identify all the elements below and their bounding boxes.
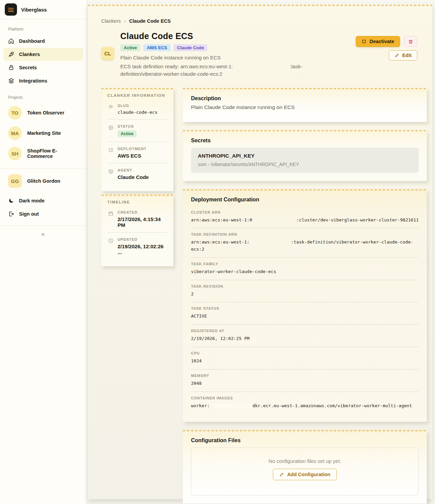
description-text: Plain Claude Code instance running on EC… — [191, 104, 419, 110]
project-avatar: SH — [8, 147, 22, 160]
main-area: Clankers › Claude Code ECS CL Claude Cod… — [87, 0, 435, 504]
sidebar-footer: Dark mode Sign out — [0, 193, 87, 226]
clanker-information-card: CLANKER INFORMATION SLUG claude-code-ecs — [101, 88, 173, 191]
sign-out-button[interactable]: Sign out — [3, 208, 83, 220]
updated-label: UPDATED — [118, 237, 167, 241]
sidebar-item-dashboard[interactable]: Dashboard — [3, 35, 83, 48]
tag-layers-icon — [108, 104, 114, 110]
secret-item: ANTHROPIC_API_KEY ssm - /viberator/secre… — [191, 148, 419, 173]
sidebar: Viberglass Platform Dashboard Clankers — [0, 0, 87, 504]
trash-icon — [408, 39, 413, 44]
deployment-configuration-card: Deployment Configuration CLUSTER ARN arn… — [183, 189, 427, 422]
description-card: Description Plain Claude Code instance r… — [183, 88, 427, 122]
user-name: Glitch Gordon — [27, 178, 60, 184]
secret-source: ssm - /viberator/secrets/ANTHROPIC_API_K… — [198, 162, 412, 167]
redacted-account-id — [249, 243, 291, 244]
status-label: STATUS — [118, 124, 137, 128]
lock-icon — [8, 65, 14, 71]
project-label: Marketing Site — [27, 130, 61, 136]
clock-icon — [108, 238, 114, 244]
badge-row: Active AWS ECS Claude Code — [120, 44, 345, 51]
sidebar-item-label: Dashboard — [19, 38, 45, 44]
secrets-card: Secrets ANTHROPIC_API_KEY ssm - /viberat… — [183, 130, 427, 181]
secrets-title: Secrets — [191, 138, 419, 144]
edit-button[interactable]: Edit — [389, 50, 417, 60]
agent-row: AGENT Claude Code — [107, 163, 167, 184]
slug-row: SLUG claude-code-ecs — [107, 99, 167, 119]
configuration-files-empty-state: No configuration files set up yet. Add C… — [191, 448, 419, 496]
page-header: CL Claude Code ECS Active AWS ECS Claude… — [101, 31, 417, 78]
package-icon — [108, 169, 114, 174]
box-icon — [108, 125, 114, 130]
moon-icon — [8, 198, 14, 204]
slug-label: SLUG — [118, 104, 157, 108]
slug-value: claude-code-ecs — [118, 110, 157, 115]
agent-label: AGENT — [118, 168, 149, 172]
description-title: Description — [191, 95, 419, 102]
sidebar-item-label: Integrations — [19, 78, 47, 84]
task-status-field: TASK STATUS ACTIVE — [191, 302, 419, 324]
collapse-row: « — [0, 226, 87, 238]
memory-field: MEMORY 2048 — [191, 369, 419, 392]
deployment-label: DEPLOYMENT — [118, 147, 146, 151]
task-ready-note: ECS task definition ready: arn:aws:ecs:e… — [120, 63, 345, 78]
external-link-icon — [108, 147, 114, 153]
cpu-field: CPU 1024 — [191, 347, 419, 369]
updated-value: 2/19/2026, 12:02:26 ... — [118, 244, 167, 255]
sign-out-label: Sign out — [19, 211, 39, 217]
project-label: Token Observer — [27, 110, 64, 115]
breadcrumb-current: Claude Code ECS — [129, 18, 171, 24]
breadcrumb-clankers-link[interactable]: Clankers — [101, 18, 121, 24]
breadcrumb: Clankers › Claude Code ECS — [101, 18, 417, 24]
agent-badge: Claude Code — [174, 44, 207, 51]
sign-out-icon — [8, 211, 14, 217]
user-menu[interactable]: GG Glitch Gordon — [3, 172, 83, 190]
brand[interactable]: Viberglass — [0, 0, 87, 19]
delete-button[interactable] — [404, 36, 417, 47]
container-images-field: CONTAINER IMAGES worker: dkr.ecr.eu-west… — [191, 392, 419, 414]
status-chip: Active — [118, 130, 137, 137]
sidebar-item-label: Secrets — [19, 65, 37, 70]
stop-square-icon — [362, 39, 366, 44]
created-row: CREATED 2/17/2026, 4:15:34 PM — [107, 205, 167, 232]
created-label: CREATED — [118, 210, 167, 214]
platform-section-label: Platform — [0, 19, 87, 34]
deployment-badge: AWS ECS — [143, 44, 171, 51]
sidebar-item-secrets[interactable]: Secrets — [3, 61, 83, 74]
sidebar-collapse-button[interactable]: « — [41, 231, 45, 238]
task-family-field: TASK FAMILY viberator-worker-claude-code… — [191, 257, 419, 280]
brand-name: Viberglass — [21, 7, 47, 13]
created-value: 2/17/2026, 4:15:34 PM — [118, 216, 167, 228]
sidebar-item-clankers[interactable]: Clankers — [3, 48, 83, 61]
project-item-token-observer[interactable]: TO Token Observer — [3, 103, 83, 123]
task-revision-field: TASK REVISION 2 — [191, 280, 419, 302]
chevron-right-icon: › — [124, 18, 126, 24]
deployment-configuration-title: Deployment Configuration — [191, 197, 419, 203]
entity-subtitle: Plain Claude Code instance running on EC… — [120, 55, 345, 60]
project-label: ShopFlow E-Commerce — [27, 148, 79, 159]
timeline-card: TIMELINE CREATED 2/17/2026, 4:15:34 PM — [101, 195, 173, 266]
add-configuration-button[interactable]: Add Configuration — [273, 469, 337, 480]
pencil-icon — [279, 472, 284, 477]
deactivate-button[interactable]: Deactivate — [356, 36, 400, 47]
redacted-account-id — [233, 68, 290, 68]
dark-mode-toggle[interactable]: Dark mode — [3, 194, 83, 207]
user-block: GG Glitch Gordon — [0, 169, 87, 193]
status-badge: Active — [120, 44, 140, 51]
sidebar-item-integrations[interactable]: Integrations — [3, 74, 83, 87]
project-item-marketing-site[interactable]: MA Marketing Site — [3, 123, 83, 143]
layers-icon — [8, 78, 14, 84]
platform-nav: Dashboard Clankers Secrets Integrations — [0, 34, 87, 88]
configuration-files-card: Configuration Files No configuration fil… — [183, 430, 427, 504]
dark-mode-label: Dark mode — [19, 198, 45, 203]
app-root: Viberglass Platform Dashboard Clankers — [0, 0, 435, 504]
cluster-arn-field: CLUSTER ARN arn:aws:ecs:eu-west-1:0:clus… — [191, 206, 419, 228]
projects-nav: TO Token Observer MA Marketing Site SH S… — [0, 103, 87, 168]
project-item-shopflow[interactable]: SH ShopFlow E-Commerce — [3, 143, 83, 164]
project-avatar: TO — [8, 106, 22, 120]
clanker-information-title: CLANKER INFORMATION — [107, 93, 167, 97]
pencil-icon — [395, 53, 399, 58]
content-panel: Clankers › Claude Code ECS CL Claude Cod… — [88, 5, 432, 499]
home-icon — [8, 38, 14, 44]
project-avatar: MA — [8, 126, 22, 140]
